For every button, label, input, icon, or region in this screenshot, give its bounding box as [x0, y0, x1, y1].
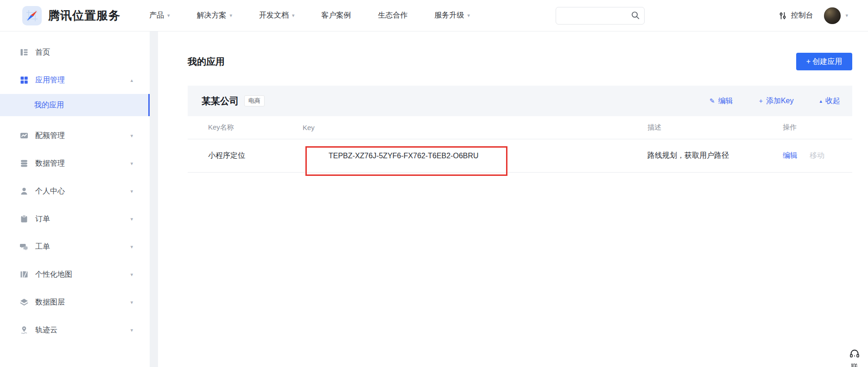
column-actions: 操作: [783, 123, 832, 132]
column-key-name: Key名称: [208, 123, 303, 132]
column-desc: 描述: [647, 123, 783, 132]
sidebar-item-label: 配额管理: [35, 131, 65, 141]
nav-item-docs[interactable]: 开发文档 ▾: [259, 11, 295, 20]
create-app-button[interactable]: + 创建应用: [796, 53, 852, 70]
collapse-link[interactable]: ▴ 收起: [819, 96, 840, 106]
create-app-label: 创建应用: [812, 57, 842, 67]
top-navbar: 腾讯位置服务 产品 ▾ 解决方案 ▾ 开发文档 ▾ 客户案例 生态合作 服务升级…: [0, 0, 868, 31]
sidebar-item-quota[interactable]: 配额管理 ▾: [0, 122, 150, 149]
edit-key-link[interactable]: 编辑: [783, 151, 798, 161]
console-label: 控制台: [791, 11, 813, 20]
nav-item-label: 产品: [149, 11, 164, 20]
nav-item-label: 客户案例: [322, 11, 351, 20]
map-icon: [19, 270, 29, 279]
nav-item-label: 开发文档: [259, 11, 289, 20]
sidebar-item-custom-map[interactable]: 个性化地图 ▾: [0, 261, 150, 288]
sidebar-item-label: 首页: [35, 48, 50, 57]
chevron-down-icon[interactable]: ▾: [130, 216, 133, 222]
sidebar-item-track-cloud[interactable]: 轨迹云 ▾: [0, 316, 150, 344]
nav-item-cases[interactable]: 客户案例: [322, 11, 351, 20]
chevron-down-icon[interactable]: ▾: [130, 244, 133, 250]
content-divider: [150, 31, 158, 367]
nav-item-label: 解决方案: [197, 11, 227, 20]
chevron-down-icon: ▾: [292, 13, 295, 18]
brand-name: 腾讯位置服务: [48, 8, 120, 23]
table-row: 小程序定位 TEPBZ-XZ76J-5ZYF6-FX762-T6EB2-O6BR…: [188, 139, 852, 173]
key-name-cell: 小程序定位: [208, 151, 303, 161]
sidebar-item-label: 数据管理: [35, 159, 65, 168]
pencil-icon: ✎: [710, 98, 715, 104]
chat-bubbles-icon: [19, 242, 29, 251]
chevron-down-icon[interactable]: ▾: [130, 188, 133, 194]
layers-icon: [19, 298, 29, 307]
edit-app-link[interactable]: ✎ 编辑: [710, 96, 733, 106]
sidebar-item-personal-center[interactable]: 个人中心 ▾: [0, 177, 150, 205]
chevron-down-icon[interactable]: ▾: [130, 161, 133, 167]
pin-track-icon: [19, 325, 29, 335]
nav-item-label: 生态合作: [378, 11, 408, 20]
chevron-down-icon[interactable]: ▾: [130, 272, 133, 278]
sidebar-item-label: 个性化地图: [35, 270, 72, 280]
key-highlight-box: [305, 146, 507, 176]
app-card-header: 某某公司 电商 ✎ 编辑 + 添加Key ▴ 收起: [188, 86, 852, 116]
database-icon: [19, 159, 29, 168]
main-nav: 产品 ▾ 解决方案 ▾ 开发文档 ▾ 客户案例 生态合作 服务升级 ▾: [149, 11, 470, 20]
company-name: 某某公司: [202, 95, 239, 107]
sidebar-item-orders[interactable]: 订单 ▾: [0, 205, 150, 233]
plus-icon: +: [759, 98, 763, 104]
sliders-icon: [779, 12, 787, 20]
page-head: 我的应用 + 创建应用: [188, 53, 852, 70]
chevron-up-icon: ▴: [819, 99, 822, 104]
sidebar-rest: 配额管理 ▾ 数据管理 ▾ 个人中心 ▾: [0, 116, 150, 344]
key-cell: TEPBZ-XZ76J-5ZYF6-FX762-T6EB2-O6BRU: [303, 139, 647, 172]
clipboard-icon: [19, 214, 29, 224]
add-key-link[interactable]: + 添加Key: [759, 96, 794, 106]
navbar-right: 控制台 ▾: [779, 7, 848, 24]
app-card: 某某公司 电商 ✎ 编辑 + 添加Key ▴ 收起: [188, 86, 852, 173]
sidebar-item-label: 工单: [35, 242, 50, 252]
page-title: 我的应用: [188, 56, 225, 68]
avatar[interactable]: [824, 7, 841, 24]
sidebar-subitem-label: 我的应用: [34, 100, 64, 110]
category-tag: 电商: [244, 95, 265, 106]
desc-cell: 路线规划，获取用户路径: [647, 151, 783, 161]
sidebar-item-tickets[interactable]: 工单 ▾: [0, 233, 150, 261]
column-key: Key: [303, 124, 647, 131]
nav-item-products[interactable]: 产品 ▾: [149, 11, 170, 20]
sidebar-item-label: 数据图层: [35, 298, 65, 307]
card-actions: ✎ 编辑 + 添加Key ▴ 收起: [710, 96, 840, 106]
main-content: 我的应用 + 创建应用 某某公司 电商 ✎ 编辑 + 添加Key: [158, 31, 868, 367]
plus-icon: +: [806, 57, 811, 66]
sidebar-item-label: 应用管理: [35, 75, 65, 85]
nav-item-ecosystem[interactable]: 生态合作: [378, 11, 408, 20]
home-list-icon: [19, 48, 29, 57]
search-box: [556, 7, 645, 25]
brand[interactable]: 腾讯位置服务: [22, 6, 120, 25]
chart-icon: [19, 131, 29, 140]
search-icon[interactable]: [631, 11, 640, 20]
chevron-up-icon[interactable]: ▴: [130, 77, 133, 83]
chevron-down-icon[interactable]: ▾: [130, 133, 133, 139]
brand-logo-icon: [22, 6, 42, 25]
chevron-down-icon[interactable]: ▾: [130, 327, 133, 333]
console-link[interactable]: 控制台: [779, 11, 813, 20]
contact-widget[interactable]: 联: [845, 348, 864, 367]
chevron-down-icon: ▾: [230, 13, 233, 18]
chevron-down-icon: ▾: [167, 13, 170, 18]
user-icon: [19, 187, 29, 196]
sidebar-item-my-apps[interactable]: 我的应用: [0, 94, 150, 116]
nav-item-solutions[interactable]: 解决方案 ▾: [197, 11, 233, 20]
nav-item-upgrade[interactable]: 服务升级 ▾: [435, 11, 470, 20]
table-header-row: Key名称 Key 描述 操作: [188, 116, 852, 139]
sidebar-item-data-management[interactable]: 数据管理 ▾: [0, 149, 150, 177]
sidebar-item-app-management[interactable]: 应用管理 ▴: [0, 66, 150, 94]
chevron-down-icon: ▾: [468, 13, 470, 18]
key-value: TEPBZ-XZ76J-5ZYF6-FX762-T6EB2-O6BRU: [303, 152, 479, 160]
move-key-link[interactable]: 移动: [810, 151, 824, 161]
sidebar-item-data-layers[interactable]: 数据图层 ▾: [0, 288, 150, 316]
headset-icon: [849, 348, 860, 360]
chevron-down-icon[interactable]: ▾: [130, 299, 133, 305]
sidebar-item-home[interactable]: 首页: [0, 38, 150, 66]
chevron-down-icon[interactable]: ▾: [845, 13, 848, 18]
nav-item-label: 服务升级: [435, 11, 464, 20]
